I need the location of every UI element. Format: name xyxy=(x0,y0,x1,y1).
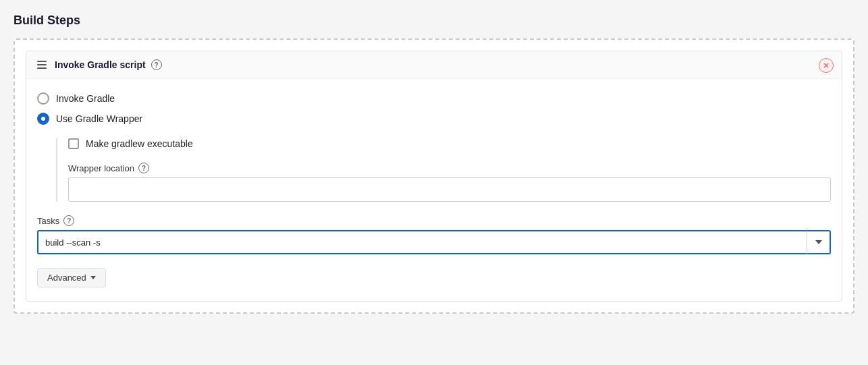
radio-use-gradle-wrapper-input[interactable] xyxy=(37,113,49,125)
make-gradlew-executable-label: Make gradlew executable xyxy=(86,138,193,149)
build-steps-container: Invoke Gradle script ? × Invoke Gradle U… xyxy=(13,38,855,314)
radio-use-gradle-wrapper-label: Use Gradle Wrapper xyxy=(56,113,142,124)
step-body: Invoke Gradle Use Gradle Wrapper Make gr… xyxy=(26,79,842,301)
radio-use-gradle-wrapper[interactable]: Use Gradle Wrapper xyxy=(37,113,831,125)
step-title: Invoke Gradle script xyxy=(55,59,146,70)
radio-group: Invoke Gradle Use Gradle Wrapper xyxy=(37,92,831,125)
advanced-button-label: Advanced xyxy=(47,273,86,283)
tasks-input[interactable] xyxy=(37,230,807,254)
step-header: Invoke Gradle script ? × xyxy=(26,51,842,79)
step-title-help-icon[interactable]: ? xyxy=(151,59,162,70)
wrapper-location-input[interactable] xyxy=(68,177,831,202)
tasks-input-row xyxy=(37,230,831,254)
tasks-dropdown-chevron-icon xyxy=(815,240,822,244)
wrapper-location-field: Wrapper location ? xyxy=(68,163,831,202)
advanced-chevron-icon xyxy=(90,276,96,279)
tasks-label-text: Tasks xyxy=(37,216,59,226)
advanced-button[interactable]: Advanced xyxy=(37,268,106,287)
page-title: Build Steps xyxy=(13,13,855,28)
tasks-dropdown-button[interactable] xyxy=(807,230,831,254)
drag-handle-icon[interactable] xyxy=(37,61,47,69)
wrapper-location-label-row: Wrapper location ? xyxy=(68,163,831,173)
gradle-wrapper-sub-section: Make gradlew executable Wrapper location… xyxy=(56,138,831,202)
wrapper-location-help-icon[interactable]: ? xyxy=(138,163,149,173)
radio-invoke-gradle[interactable]: Invoke Gradle xyxy=(37,92,831,105)
tasks-help-icon[interactable]: ? xyxy=(63,215,74,226)
make-gradlew-executable-option[interactable]: Make gradlew executable xyxy=(68,138,831,149)
tasks-label-row: Tasks ? xyxy=(37,215,831,226)
radio-invoke-gradle-label: Invoke Gradle xyxy=(56,93,115,104)
tasks-section: Tasks ? xyxy=(37,215,831,254)
make-gradlew-executable-checkbox[interactable] xyxy=(68,138,79,149)
step-card: Invoke Gradle script ? × Invoke Gradle U… xyxy=(26,51,842,302)
radio-invoke-gradle-input[interactable] xyxy=(37,92,49,105)
close-button[interactable]: × xyxy=(819,58,834,73)
wrapper-location-label-text: Wrapper location xyxy=(68,163,134,173)
